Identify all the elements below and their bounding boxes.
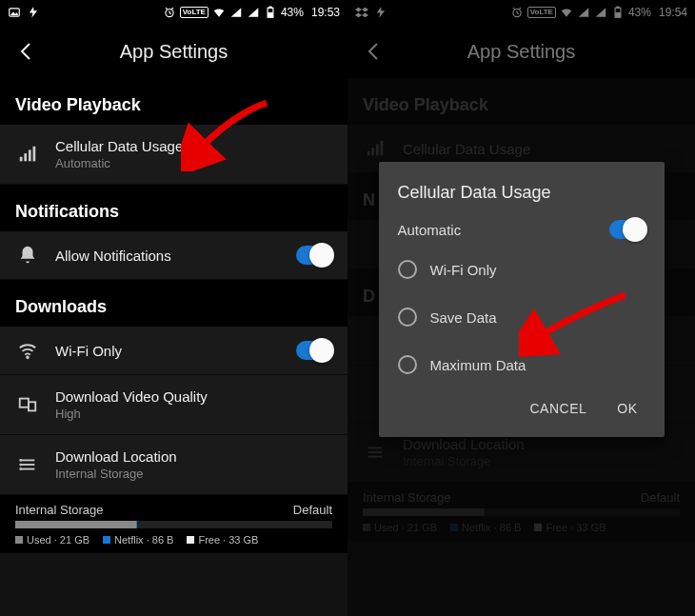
allow-notif-title: Allow Notifications <box>55 248 281 264</box>
page-title: App Settings <box>38 41 309 63</box>
bolt-icon <box>27 6 40 19</box>
signal-icon <box>229 6 243 19</box>
row-cellular-data-usage[interactable]: Cellular Data Usage Automatic <box>0 125 348 185</box>
radio-icon <box>398 355 417 374</box>
phone-left: VoLTE 43% 19:53 App Settings Video Playb… <box>0 0 348 616</box>
svg-line-7 <box>171 8 173 9</box>
legend-used: Used · 21 GB <box>15 534 89 546</box>
svg-rect-15 <box>29 149 31 161</box>
battery-icon <box>264 6 277 19</box>
svg-point-23 <box>20 460 21 461</box>
svg-point-17 <box>27 356 29 358</box>
cellular-title: Cellular Data Usage <box>55 138 332 154</box>
svg-rect-11 <box>269 7 271 8</box>
svg-marker-8 <box>231 8 242 16</box>
automatic-label: Automatic <box>398 222 609 238</box>
wifi-icon <box>15 340 40 361</box>
svg-point-25 <box>20 468 21 469</box>
quality-sub: High <box>55 407 332 421</box>
ok-button[interactable]: OK <box>613 395 641 422</box>
quality-icon <box>15 394 40 415</box>
clock-text: 19:53 <box>311 6 340 19</box>
svg-marker-1 <box>10 11 18 15</box>
status-bar: VoLTE 43% 19:53 <box>0 0 348 25</box>
storage-section: Internal Storage Default Used · 21 GB Ne… <box>0 495 348 553</box>
bell-icon <box>15 245 40 266</box>
storage-label: Internal Storage <box>15 503 104 517</box>
cancel-button[interactable]: CANCEL <box>526 395 590 422</box>
svg-rect-16 <box>33 147 36 162</box>
back-icon[interactable] <box>15 40 38 63</box>
radio-icon <box>398 308 417 327</box>
svg-rect-18 <box>20 399 29 407</box>
svg-line-6 <box>166 8 168 9</box>
alarm-icon <box>163 6 176 19</box>
radio-icon <box>398 260 417 279</box>
header: App Settings <box>0 25 348 78</box>
wifi-only-title: Wi-Fi Only <box>55 343 281 359</box>
legend-free: Free · 33 GB <box>187 534 258 546</box>
svg-rect-14 <box>24 153 27 161</box>
wifi-icon <box>212 6 226 19</box>
battery-text: 43% <box>281 6 304 19</box>
wifi-only-toggle[interactable] <box>296 341 332 360</box>
section-video-playback: Video Playback <box>0 78 348 125</box>
image-icon <box>8 6 21 19</box>
section-downloads: Downloads <box>0 280 348 327</box>
option-save-data[interactable]: Save Data <box>398 300 645 334</box>
list-icon <box>15 454 40 475</box>
modal-overlay[interactable]: Cellular Data Usage Automatic Wi-Fi Only… <box>348 0 695 616</box>
allow-notif-toggle[interactable] <box>296 246 332 265</box>
row-wifi-only[interactable]: Wi-Fi Only <box>0 327 348 375</box>
svg-rect-13 <box>20 157 23 162</box>
svg-rect-12 <box>268 13 273 17</box>
storage-bar <box>15 521 332 528</box>
location-title: Download Location <box>55 448 332 465</box>
row-download-quality[interactable]: Download Video Quality High <box>0 375 348 435</box>
cellular-sub: Automatic <box>55 156 332 170</box>
svg-point-24 <box>20 465 21 466</box>
svg-rect-19 <box>29 402 35 410</box>
dialog-title: Cellular Data Usage <box>398 183 645 203</box>
row-allow-notifications[interactable]: Allow Notifications <box>0 231 348 280</box>
svg-marker-2 <box>30 7 37 18</box>
location-sub: Internal Storage <box>55 467 332 481</box>
svg-line-5 <box>169 13 171 14</box>
phone-right: VoLTE 43% 19:54 App Settings Video Playb… <box>348 0 695 616</box>
signal-icon-2 <box>247 6 260 19</box>
section-notifications: Notifications <box>0 185 348 231</box>
signal-bars-icon <box>15 144 40 165</box>
volte-badge: VoLTE <box>180 7 208 18</box>
option-label: Maximum Data <box>430 357 645 373</box>
quality-title: Download Video Quality <box>55 388 332 405</box>
option-wifi-only[interactable]: Wi-Fi Only <box>398 252 645 287</box>
automatic-toggle[interactable] <box>609 220 645 239</box>
option-label: Wi-Fi Only <box>430 262 645 278</box>
storage-default: Default <box>293 503 332 517</box>
option-label: Save Data <box>430 309 645 326</box>
legend-netflix: Netflix · 86 B <box>103 534 173 546</box>
option-maximum-data[interactable]: Maximum Data <box>398 348 645 382</box>
row-download-location[interactable]: Download Location Internal Storage <box>0 435 348 495</box>
cellular-usage-dialog: Cellular Data Usage Automatic Wi-Fi Only… <box>379 162 665 437</box>
svg-marker-9 <box>248 8 259 16</box>
